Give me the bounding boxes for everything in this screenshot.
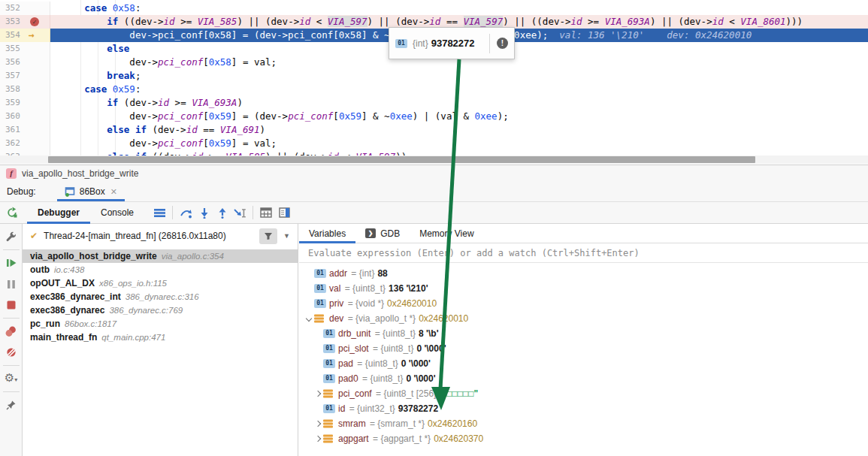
layout-settings-button[interactable] [275,204,293,221]
stack-frame[interactable]: main_thread_fnqt_main.cpp:471 [23,331,298,344]
gear-icon: ⚙▾ [5,373,17,385]
frames-panel: ✔ Thread-24-[main_thread_fn] (26816.0x11… [23,224,298,456]
variable-value: 0 '\000' [401,358,431,369]
chevron-right-icon[interactable] [315,421,321,427]
editor-gutter[interactable]: 362 [0,137,50,150]
code-line[interactable]: 357 break; [0,69,868,83]
code-text: dev->pci_conf[0x59] = val; [50,137,868,150]
variable-name: priv [329,298,343,309]
variable-row[interactable]: 01val = {uint8_t}136 '\210' [299,281,868,296]
step-out-button[interactable] [213,204,231,221]
toolbar-separator [172,206,173,219]
strip-separator [3,391,20,392]
variable-row[interactable]: agpgart = {agpgart_t *}0x24620370 [299,431,868,446]
variable-row[interactable]: 01id = {uint32_t}93782272 [299,401,868,416]
breakpoint-icon[interactable]: ✓ [30,17,39,26]
strip-separator [3,318,20,319]
editor-gutter[interactable]: 361 [0,123,50,137]
variable-row[interactable]: 01drb_unit = {uint8_t}8 '\b' [299,326,868,341]
rerun-button[interactable] [3,204,21,221]
mute-breakpoints-button[interactable] [3,344,20,361]
editor-gutter[interactable]: 358 [0,83,50,96]
tab-variables[interactable]: Variables [299,224,355,243]
debugger-settings-button[interactable]: ⚙▾ [3,370,20,387]
code-line[interactable]: 361 else if (dev->id == VIA_691) [0,123,868,137]
value-tooltip: 01 {int} 93782272 ! [389,27,515,59]
pause-button[interactable] [3,276,20,292]
variable-type: {uint8_t} [383,328,416,339]
variable-value: 0x24620160 [428,418,477,429]
stack-frame[interactable]: exec386_dynarec_int386_dynarec.c:316 [23,290,298,303]
stack-frame[interactable]: pc_run86box.c:1817 [23,317,298,331]
editor-gutter[interactable]: 354→ [0,29,50,42]
variable-row[interactable]: 01addr = {int}88 [299,266,868,281]
variable-value: 0x24620370 [434,433,483,444]
stack-frame[interactable]: exec386_dynarec386_dynarec.c:769 [23,303,298,317]
code-line[interactable]: 360 dev->pci_conf[0x59] = (dev->pci_conf… [0,110,868,123]
tab-memory-view[interactable]: Memory View [410,224,483,243]
pin-tab-button[interactable] [3,397,20,413]
thread-dropdown-caret-icon[interactable]: ▼ [283,232,290,240]
tab-gdb[interactable]: ❯ GDB [355,224,410,243]
step-over-button[interactable] [177,204,195,221]
variable-row[interactable]: 01pad = {uint8_t}0 '\000' [299,356,868,371]
variable-value: 88 [377,268,387,279]
show-execution-point-button[interactable] [150,204,168,221]
chevron-right-icon[interactable] [315,436,321,442]
stack-frame[interactable]: opOUT_AL_DXx86_ops_io.h:115 [23,276,298,290]
rerun-icon [6,207,18,219]
code-line[interactable]: 358 case 0x59: [0,83,868,96]
code-line[interactable]: 352 case 0x58: [0,2,868,15]
scrollbar-thumb[interactable] [48,156,755,163]
evaluate-expression-button[interactable] [257,204,275,221]
tooltip-value: 93782272 [431,38,475,49]
stack-frame[interactable]: outbio.c:438 [23,263,298,276]
editor-gutter[interactable]: 360 [0,110,50,123]
info-icon[interactable]: ! [497,38,508,49]
thread-selector[interactable]: ✔ Thread-24-[main_thread_fn] (26816.0x11… [23,224,298,248]
evaluate-expression-input[interactable]: Evaluate expression (Enter) or add a wat… [299,243,868,263]
variable-row[interactable]: dev = {via_apollo_t *}0x24620010 [299,311,868,326]
settings-wrench-button[interactable] [3,228,20,245]
close-icon[interactable]: ✕ [110,187,117,197]
run-to-cursor-button[interactable] [231,204,249,221]
function-icon: f [6,168,17,179]
code-line[interactable]: 359 if (dev->id >= VIA_693A) [0,96,868,110]
editor-gutter[interactable]: 356 [0,56,50,69]
editor-gutter[interactable]: 357 [0,69,50,83]
variable-row[interactable]: 01priv = {void *}0x24620010 [299,296,868,311]
variable-type: {int} [359,268,375,279]
pause-icon [7,279,16,289]
chevron-right-icon[interactable] [315,391,321,397]
code-text: else if (dev->id == VIA_691) [50,123,868,137]
code-text: case 0x59: [50,83,868,96]
thread-status-check-icon: ✔ [30,231,38,241]
variable-type: {smram_t *} [377,418,425,429]
resume-button[interactable] [3,255,20,271]
variable-name: pad0 [338,373,358,384]
breadcrumb-function-name[interactable]: via_apollo_host_bridge_write [22,168,138,179]
code-editor[interactable]: 352 case 0x58:353✓ if ((dev->id >= VIA_5… [0,0,868,165]
variable-row[interactable]: 01pci_slot = {uint8_t}0 '\000' [299,341,868,356]
variable-row[interactable]: smram = {smram_t *}0x24620160 [299,416,868,431]
tab-console[interactable]: Console [90,202,144,223]
tab-debugger[interactable]: Debugger [27,202,90,223]
stack-frame[interactable]: via_apollo_host_bridge_writevia_apollo.c… [23,249,298,263]
editor-gutter[interactable]: 353✓ [0,15,50,29]
editor-gutter[interactable]: 355 [0,42,50,56]
variable-row[interactable]: pci_conf = {uint8_t [256]}"□□□□□" [299,386,868,401]
step-into-button[interactable] [195,204,213,221]
stop-button[interactable] [3,297,20,313]
variable-type: {uint32_t} [357,403,395,414]
view-breakpoints-button[interactable] [3,323,20,340]
horizontal-scrollbar[interactable] [0,156,868,164]
code-line[interactable]: 362 dev->pci_conf[0x59] = val; [0,137,868,150]
editor-gutter[interactable]: 359 [0,96,50,110]
editor-gutter[interactable]: 352 [0,2,50,15]
variables-tab-bar: Variables ❯ GDB Memory View [299,224,868,243]
session-tab-86box[interactable]: 86Box ✕ [57,182,125,201]
active-tab-underline [57,199,125,201]
chevron-down-icon[interactable] [306,316,312,322]
hide-frames-filter-button[interactable] [259,228,277,244]
variable-row[interactable]: 01pad0 = {uint8_t}0 '\000' [299,371,868,386]
